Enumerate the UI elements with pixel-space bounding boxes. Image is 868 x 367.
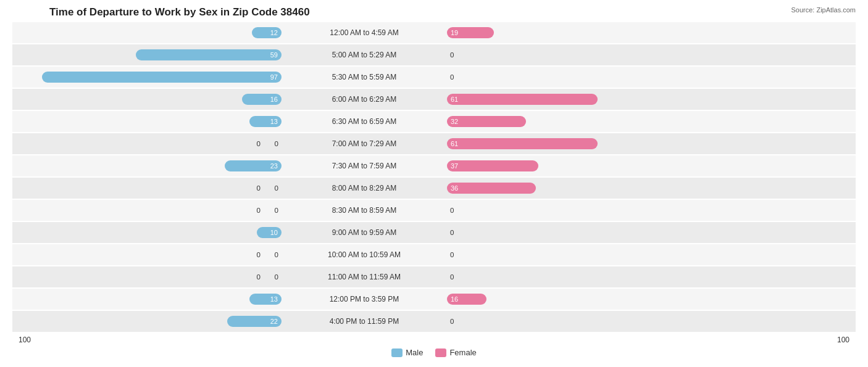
male-value-inside: 12 [267, 29, 282, 36]
bar-row: 23 7:30 AM to 7:59 AM 37 [12, 155, 856, 176]
left-section: 97 [12, 72, 284, 83]
bar-row: 10 9:00 AM to 9:59 AM 0 [12, 222, 856, 243]
female-value: 0 [450, 207, 465, 214]
male-value-inside: 16 [267, 96, 282, 103]
male-bar: 12 [252, 27, 282, 38]
time-label: 5:00 AM to 5:29 AM [284, 51, 444, 59]
male-value: 0 [246, 140, 261, 147]
male-zero: 0 [264, 251, 278, 258]
legend-female: Female [435, 348, 476, 357]
left-section: 13 [12, 116, 284, 127]
time-label: 5:30 AM to 5:59 AM [284, 73, 444, 81]
male-bar: 16 [242, 94, 282, 105]
male-value-inside: 23 [267, 162, 282, 170]
female-value: 0 [450, 318, 465, 325]
male-value-inside: 10 [267, 229, 282, 236]
time-label: 12:00 AM to 4:59 AM [284, 28, 444, 37]
female-value: 0 [450, 73, 465, 81]
right-section: 0 [444, 207, 856, 214]
male-zero: 0 [264, 207, 278, 214]
female-value: 0 [450, 51, 465, 59]
male-value-inside: 22 [267, 318, 282, 325]
female-bar: 61 [447, 94, 598, 105]
right-section: 61 [444, 94, 856, 105]
left-section: 13 [12, 294, 284, 305]
left-section: 0 0 [12, 184, 284, 192]
left-section: 22 [12, 316, 284, 327]
right-section: 0 [444, 251, 856, 258]
time-label: 12:00 PM to 3:59 PM [284, 295, 444, 303]
male-label: Male [406, 348, 423, 357]
left-section: 16 [12, 94, 284, 105]
male-bar: 10 [257, 227, 282, 238]
female-value: 0 [450, 251, 465, 258]
right-section: 36 [444, 183, 856, 194]
female-value: 0 [450, 229, 465, 236]
legend-male: Male [391, 348, 423, 357]
left-section: 10 [12, 227, 284, 238]
female-bar: 61 [447, 138, 598, 149]
female-value-inside: 19 [447, 29, 462, 36]
female-bar: 32 [447, 116, 526, 127]
left-section: 0 0 [12, 273, 284, 281]
time-label: 8:30 AM to 8:59 AM [284, 206, 444, 215]
bar-row: 0 0 7:00 AM to 7:29 AM 61 [12, 133, 856, 154]
female-color-box [435, 348, 446, 357]
axis-left-label: 100 [19, 336, 31, 344]
chart-area: 12 12:00 AM to 4:59 AM 19 59 [12, 22, 856, 333]
male-bar: 13 [249, 294, 282, 305]
time-label: 7:00 AM to 7:29 AM [284, 139, 444, 148]
female-value-inside: 16 [447, 295, 462, 303]
female-value-inside: 61 [447, 96, 462, 103]
male-value-inside: 97 [267, 73, 282, 81]
male-bar: 97 [42, 72, 282, 83]
female-bar: 19 [447, 27, 494, 38]
female-bar: 37 [447, 160, 538, 171]
male-bar: 13 [249, 116, 282, 127]
right-section: 16 [444, 294, 856, 305]
axis-right: 100 [444, 336, 856, 344]
right-section: 19 [444, 27, 856, 38]
left-section: 12 [12, 27, 284, 38]
axis-left: 100 [12, 336, 284, 344]
female-label: Female [449, 348, 476, 357]
male-zero: 0 [264, 273, 278, 281]
bar-row: 0 0 11:00 AM to 11:59 AM 0 [12, 266, 856, 287]
male-bar: 59 [136, 49, 282, 60]
time-label: 10:00 AM to 10:59 AM [284, 250, 444, 259]
male-value: 0 [246, 251, 261, 258]
male-value: 0 [246, 273, 261, 281]
right-section: 32 [444, 116, 856, 127]
left-section: 0 0 [12, 140, 284, 147]
time-label: 6:30 AM to 6:59 AM [284, 117, 444, 126]
time-label: 11:00 AM to 11:59 AM [284, 273, 444, 281]
bar-row: 97 5:30 AM to 5:59 AM 0 [12, 67, 856, 88]
male-value-inside: 13 [267, 118, 282, 125]
bar-row: 13 6:30 AM to 6:59 AM 32 [12, 111, 856, 132]
male-value: 0 [246, 184, 261, 192]
female-value-inside: 61 [447, 140, 462, 147]
time-label: 4:00 PM to 11:59 PM [284, 317, 444, 326]
male-zero: 0 [264, 140, 278, 147]
male-color-box [391, 348, 403, 357]
right-section: 0 [444, 273, 856, 281]
bar-row: 13 12:00 PM to 3:59 PM 16 [12, 289, 856, 310]
bar-row: 0 0 10:00 AM to 10:59 AM 0 [12, 244, 856, 265]
legend: Male Female [12, 348, 856, 357]
axis-right-label: 100 [837, 336, 849, 344]
female-value: 0 [450, 273, 465, 281]
right-section: 37 [444, 160, 856, 171]
chart-title: Time of Departure to Work by Sex in Zip … [12, 6, 856, 19]
male-value-inside: 13 [267, 295, 282, 303]
bar-row: 0 0 8:00 AM to 8:29 AM 36 [12, 178, 856, 199]
female-value-inside: 36 [447, 184, 462, 192]
bar-row: 0 0 8:30 AM to 8:59 AM 0 [12, 200, 856, 221]
chart-container: Time of Departure to Work by Sex in Zip … [0, 0, 868, 367]
right-section: 0 [444, 229, 856, 236]
left-section: 0 0 [12, 207, 284, 214]
left-section: 23 [12, 160, 284, 171]
time-label: 6:00 AM to 6:29 AM [284, 95, 444, 104]
right-section: 0 [444, 73, 856, 81]
male-value-inside: 59 [267, 51, 282, 59]
right-section: 61 [444, 138, 856, 149]
